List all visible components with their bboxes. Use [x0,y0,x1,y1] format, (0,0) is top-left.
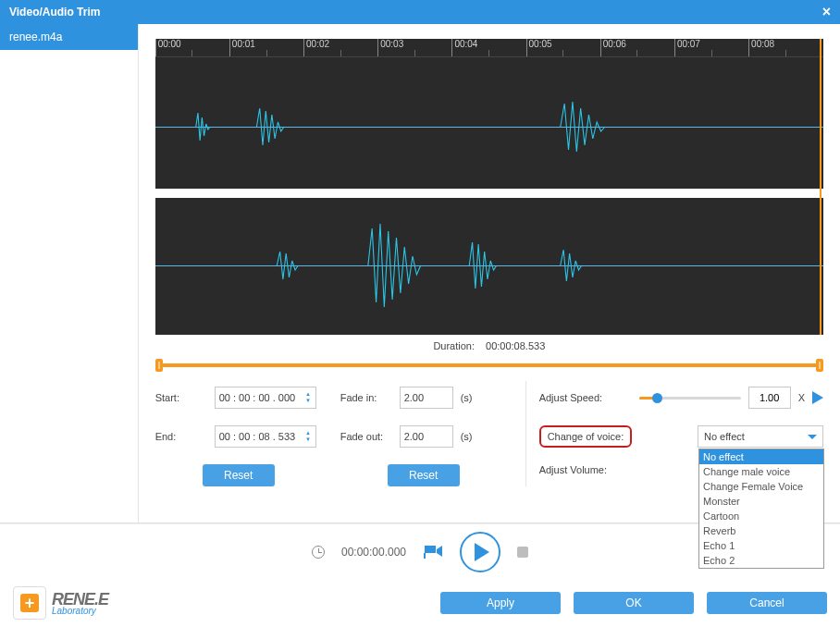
sidebar-file-label: renee.m4a [9,31,62,43]
fadein-input[interactable] [400,387,453,409]
fadein-row: Fade in: (s) [340,387,507,409]
clock-icon [312,546,325,559]
ruler-subtick [562,50,563,56]
slider-thumb[interactable] [652,393,662,403]
ruler-tick: 00:06 [600,39,626,56]
sidebar-file-item[interactable]: renee.m4a [0,24,138,50]
volume-label: Adjust Volume: [539,464,632,475]
playback-time: 00:00:00.000 [341,546,406,559]
speed-row: Adjust Speed: X [539,387,823,409]
fade-unit: (s) [461,431,473,442]
close-icon[interactable]: × [822,4,831,20]
controls-grid: Start: ▲▼ End: ▲▼ Reset [155,381,823,486]
reset-trim-button[interactable]: Reset [203,464,275,486]
playhead-end-marker [820,39,821,335]
fadeout-field[interactable] [401,431,452,442]
voice-row: Change of voice: No effect No effect Cha… [539,425,823,448]
effects-controls: Adjust Speed: X Change of voice: No effe… [525,381,823,486]
ruler-tick: 00:04 [451,39,477,56]
ruler-subtick [785,50,786,56]
voice-label-highlighted: Change of voice: [539,425,633,448]
ruler-subtick [414,50,415,56]
play-icon [475,543,489,561]
voice-dropdown-list[interactable]: No effect Change male voice Change Femal… [698,449,824,569]
waveform-track-left [155,57,823,196]
ruler-tick: 00:08 [748,39,774,56]
chevron-up-icon[interactable]: ▲ [305,430,311,436]
fadeout-input[interactable] [400,425,453,448]
marker-icon[interactable] [423,544,443,560]
chevron-down-icon[interactable]: ▼ [305,436,311,443]
chevron-up-icon[interactable]: ▲ [305,391,311,398]
window-title: Video/Audio Trim [9,6,100,18]
ruler-subtick [340,50,341,56]
spinner-arrows[interactable]: ▲▼ [301,391,315,404]
ruler-subtick [266,50,267,56]
start-time-input[interactable]: ▲▼ [215,387,316,409]
end-row: End: ▲▼ [155,425,322,448]
voice-option[interactable]: Cartoon [699,509,823,523]
fadeout-label: Fade out: [340,431,392,442]
fadeout-row: Fade out: (s) [340,425,507,448]
ruler-tick: 00:01 [229,39,255,56]
ruler-subtick [191,50,192,56]
speed-value-input[interactable] [748,387,791,409]
ruler-subtick [711,50,712,56]
fade-controls: Fade in: (s) Fade out: (s) Reset [340,381,507,486]
speed-suffix: X [798,392,805,403]
spinner-arrows[interactable]: ▲▼ [301,430,315,443]
ruler-tick: 00:02 [303,39,329,56]
speed-label: Adjust Speed: [539,392,632,403]
waveform-area[interactable] [155,57,823,335]
trim-rail [161,363,818,367]
title-bar: Video/Audio Trim × [0,0,840,24]
cancel-button[interactable]: Cancel [707,592,827,614]
end-time-field[interactable] [216,431,302,442]
main-panel: 00:00 00:01 00:02 00:03 00:04 00:05 00:0… [139,24,840,522]
fadein-field[interactable] [401,392,452,403]
content-area: renee.m4a 00:00 00:01 00:02 00:03 00:04 … [0,24,840,523]
voice-option[interactable]: Reverb [699,523,823,538]
voice-option[interactable]: Change Female Voice [699,479,823,494]
ruler-tick: 00:05 [526,39,552,56]
reset-fade-button[interactable]: Reset [388,464,460,486]
voice-dropdown[interactable]: No effect [698,425,823,448]
stop-button[interactable] [517,547,528,558]
play-speed-icon[interactable] [812,391,823,404]
ruler-tick: 00:00 [155,39,181,56]
waveform-svg [155,196,823,335]
logo-badge-icon: + [13,586,46,620]
play-button[interactable] [460,532,500,572]
ok-button[interactable]: OK [574,592,694,614]
duration-value: 00:00:08.533 [486,340,545,351]
start-label: Start: [155,392,207,403]
brand-logo: + RENE.E Laboratory [13,586,108,620]
footer-bar: + RENE.E Laboratory Apply OK Cancel [0,579,840,627]
start-row: Start: ▲▼ [155,387,322,409]
speed-slider[interactable] [639,391,741,404]
end-time-input[interactable]: ▲▼ [215,425,316,448]
chevron-down-icon[interactable]: ▼ [305,398,311,404]
trim-range-bar[interactable] [155,359,823,372]
file-sidebar: renee.m4a [0,24,139,522]
trim-handle-start[interactable] [155,359,163,372]
trim-handle-end[interactable] [816,359,823,372]
voice-selected: No effect [704,431,745,442]
time-ruler[interactable]: 00:00 00:01 00:02 00:03 00:04 00:05 00:0… [155,39,823,57]
voice-option[interactable]: Monster [699,494,823,509]
duration-label: Duration: [433,340,475,351]
fadein-label: Fade in: [340,392,392,403]
voice-option[interactable]: No effect [699,449,823,464]
start-time-field[interactable] [216,392,302,403]
ruler-tick: 00:03 [377,39,403,56]
ruler-tick: 00:07 [674,39,700,56]
voice-option[interactable]: Change male voice [699,464,823,479]
waveform-svg [155,57,823,196]
voice-option[interactable]: Echo 1 [699,538,823,553]
chevron-down-icon [808,435,817,439]
waveform-track-right [155,196,823,335]
voice-option[interactable]: Echo 2 [699,553,823,568]
duration-strip: Duration: 00:00:08.533 [155,335,823,357]
ruler-subtick [636,50,637,56]
apply-button[interactable]: Apply [440,592,561,614]
